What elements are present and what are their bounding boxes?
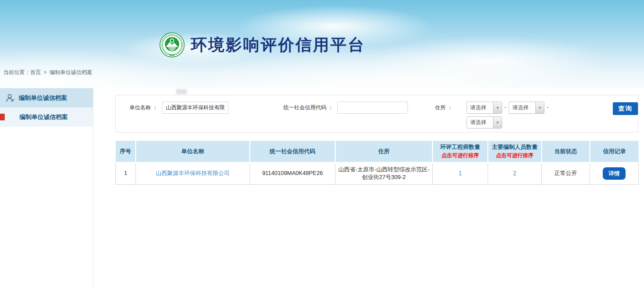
address-dash-2: - [547,104,548,110]
sidebar-header-archive[interactable]: 编制单位诚信档案 [0,88,93,107]
mee-logo-icon: MEE [159,32,185,58]
table-row: 1 山西聚源丰环保科技有限公司 91140109MA0K48PE26 山西省-太… [116,162,639,184]
col-header-status: 当前状态 [542,141,590,162]
sidebar: 编制单位诚信档案 编制单位诚信档案 [0,88,93,286]
main-content: 单位名称 ： 统一社会信用代码 ： 住所 ： 请选择 ▼ - 请选择 ▼ [93,88,644,286]
brand: MEE 环境影响评价信用平台 [159,32,365,58]
select-value: 请选择 [509,102,535,113]
engineer-count-link[interactable]: 1 [459,170,462,177]
breadcrumb-current: 编制单位诚信档案 [49,69,92,75]
sidebar-item-archive[interactable]: 编制单位诚信档案 [0,107,93,127]
col-header-credit-code: 统一社会信用代码 [250,141,335,162]
chevron-down-icon: ▼ [493,102,502,113]
address-province-select[interactable]: 请选择 ▼ [467,102,502,114]
col-header-address: 住所 [335,141,433,162]
breadcrumb-separator: > [44,69,47,75]
sidebar-header-label: 编制单位诚信档案 [19,94,67,102]
address-field: 住所 ： [435,102,457,114]
site-title: 环境影响评价信用平台 [191,34,365,56]
company-link[interactable]: 山西聚源丰环保科技有限公司 [156,170,230,176]
col-header-engineer-count-sort[interactable]: 环评工程师数量 点击可进行排序 [433,141,488,162]
page-root: MEE 环境影响评价信用平台 当前位置：首页>编制单位诚信档案 编制单位诚信档案… [0,0,644,286]
address-city-select[interactable]: 请选择 ▼ [509,102,544,114]
staff-count-link[interactable]: 2 [513,170,516,177]
col-header-company: 单位名称 [136,141,250,162]
credit-code-label: 统一社会信用代码 ： [283,104,333,111]
credit-code-field: 统一社会信用代码 ： [283,102,408,114]
cell-address: 山西省-太原市-山西转型综改示范区-创业街27号309-2 [335,162,433,184]
cell-credit-code: 91140109MA0K48PE26 [250,162,335,184]
col-header-credit-record: 信用记录 [590,141,639,162]
cell-status: 正常公开 [542,162,590,184]
address-dash-1: - [504,104,506,110]
breadcrumb-home-link[interactable]: 首页 [30,69,41,75]
company-name-input[interactable] [162,102,228,114]
active-item-marker [0,114,5,120]
address-district-select[interactable]: 请选择 ▼ [467,116,502,128]
layout: 编制单位诚信档案 编制单位诚信档案 单位名称 ： 统一社会信用代码 ： [0,88,644,286]
cell-index: 1 [116,162,136,184]
company-name-label: 单位名称 ： [129,104,158,111]
chevron-down-icon: ▼ [535,102,544,113]
artifact-smudge [176,89,187,94]
company-name-field: 单位名称 ： [129,102,228,114]
query-button[interactable]: 查询 [613,102,638,115]
chevron-down-icon: ▼ [493,117,502,128]
breadcrumb-prefix: 当前位置： [3,69,30,75]
site-banner: MEE 环境影响评价信用平台 当前位置：首页>编制单位诚信档案 [0,0,644,88]
sort-hint: 点击可进行排序 [434,152,486,159]
select-value: 请选择 [467,102,493,113]
col-header-index: 序号 [116,141,136,162]
detail-button[interactable]: 详情 [603,167,626,180]
results-table: 序号 单位名称 统一社会信用代码 住所 环评工程师数量 点击可进行排序 主要编制… [115,141,639,185]
search-panel: 单位名称 ： 统一社会信用代码 ： 住所 ： 请选择 ▼ - 请选择 ▼ [115,95,638,132]
table-header-row: 序号 单位名称 统一社会信用代码 住所 环评工程师数量 点击可进行排序 主要编制… [116,141,639,162]
address-label: 住所 ： [435,104,452,111]
mee-logo-text: MEE [170,54,175,56]
sidebar-item-label: 编制单位诚信档案 [19,113,68,121]
select-value: 请选择 [467,117,493,128]
credit-code-input[interactable] [337,102,408,114]
breadcrumb: 当前位置：首页>编制单位诚信档案 [3,69,92,76]
user-check-icon [5,93,15,103]
col-header-staff-count-sort[interactable]: 主要编制人员数量 点击可进行排序 [488,141,542,162]
sort-hint: 点击可进行排序 [490,152,540,159]
